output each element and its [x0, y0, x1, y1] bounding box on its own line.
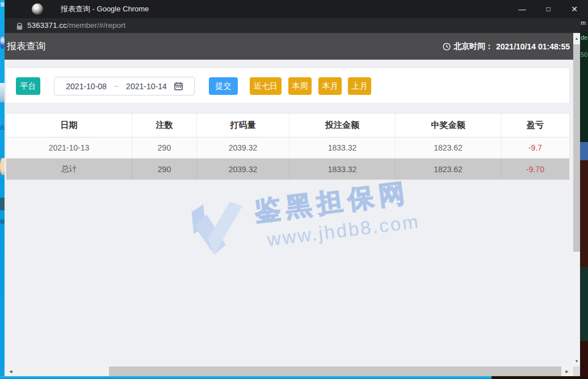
cube-icon: [0, 83, 5, 102]
url-path: /member/#/report: [67, 21, 126, 30]
scrollbar-corner: [573, 366, 580, 376]
cell-profit: -9.7: [501, 138, 569, 158]
address-bar[interactable]: 5363371.cc/member/#/report: [5, 18, 580, 33]
left-edge-text-fragment: 挂: [0, 219, 5, 224]
scroll-right-icon[interactable]: ▶: [563, 366, 571, 376]
cell-total-bet-amount: 1833.32: [289, 159, 396, 180]
background-desktop-edge-left: 窗 占 挂: [0, 0, 5, 379]
scroll-left-icon[interactable]: ◀: [7, 366, 15, 376]
quick-range-lastmonth-button[interactable]: 上月: [348, 77, 371, 95]
quick-range-last7days-button[interactable]: 近七日: [250, 77, 282, 95]
maximize-button[interactable]: □: [540, 0, 557, 18]
cell-wagering: 2039.32: [197, 138, 289, 158]
window-title: 报表查询 - Google Chrome: [61, 0, 149, 18]
scroll-down-icon[interactable]: ▼: [573, 357, 580, 364]
cell-total-bets: 290: [132, 159, 197, 180]
background-window-edge-bottom: [492, 376, 588, 379]
column-header-bet-amount: 投注金额: [289, 114, 396, 137]
left-edge-shape-fragment: [0, 198, 5, 210]
cell-total-win-amount: 1823.62: [396, 159, 501, 180]
background-desktop-edge-bottom: [0, 376, 492, 379]
column-header-wagering: 打码量: [197, 114, 289, 137]
date-range-separator: ~: [114, 82, 119, 91]
vertical-scrollbar[interactable]: ▲ ▼: [573, 33, 580, 366]
date-range-picker[interactable]: 2021-10-08 ~ 2021-10-14: [54, 77, 195, 95]
right-edge-segment: [580, 341, 588, 379]
page-title: 报表查询: [7, 33, 45, 60]
avatar: [0, 158, 5, 175]
url-field[interactable]: 5363371.cc/member/#/report: [27, 18, 125, 33]
horizontal-scrollbar-thumb[interactable]: [109, 366, 561, 376]
horizontal-scrollbar[interactable]: ◀ ▶: [5, 366, 573, 376]
right-edge-segment: [580, 33, 588, 142]
watermark-text: 鉴黑担保网 www.jhdb8.com: [253, 174, 421, 252]
lock-icon[interactable]: [16, 22, 23, 32]
cell-total-wagering: 2039.32: [197, 159, 289, 180]
quick-range-thisweek-button[interactable]: 本周: [288, 77, 312, 95]
column-header-win-amount: 中奖金额: [396, 114, 501, 137]
cell-win-amount: 1823.62: [396, 138, 501, 158]
page-content: 报表查询 北京时间： 2021/10/14 01:48:55 平台 2021-1…: [5, 33, 573, 366]
cell-bets: 290: [132, 138, 197, 158]
column-header-bets: 注数: [132, 114, 197, 137]
cell-total-label: 总计: [6, 159, 132, 180]
cell-date: 2021-10-13: [6, 138, 132, 158]
quick-range-thismonth-button[interactable]: 本月: [318, 77, 342, 95]
watermark-site-url: www.jhdb8.com: [266, 211, 421, 251]
scroll-up-icon[interactable]: ▲: [573, 35, 580, 41]
cell-bet-amount: 1833.32: [289, 138, 396, 158]
submit-button[interactable]: 提交: [209, 77, 238, 95]
date-to-value[interactable]: 2021-10-14: [126, 82, 167, 91]
time-label: 北京时间：: [453, 41, 493, 52]
watermark-site-name: 鉴黑担保网: [253, 174, 418, 229]
vertical-scrollbar-thumb[interactable]: [573, 44, 580, 252]
table-header-row: 日期 注数 打码量 投注金额 中奖金额 盈亏: [6, 114, 569, 138]
site-favicon-icon: [32, 3, 43, 15]
left-edge-text-fragment: 窗: [0, 2, 5, 7]
page-header: 报表查询 北京时间： 2021/10/14 01:48:55: [5, 33, 573, 60]
jhdb8-logo-icon: [186, 196, 253, 263]
right-edge-text-fragment: m: [581, 19, 588, 26]
beijing-time: 北京时间： 2021/10/14 01:48:55: [443, 33, 570, 60]
cell-total-profit: -9.70: [501, 159, 569, 180]
date-from-value[interactable]: 2021-10-08: [66, 82, 107, 91]
minimize-button[interactable]: —: [514, 0, 531, 18]
background-window-edge-right: m de 50: [580, 0, 588, 379]
table-row: 2021-10-13 290 2039.32 1833.32 1823.62 -…: [6, 138, 569, 159]
right-edge-text-fragment: de: [581, 34, 588, 41]
clock-icon: [443, 43, 451, 51]
time-value: 2021/10/14 01:48:55: [496, 42, 570, 51]
report-table: 日期 注数 打码量 投注金额 中奖金额 盈亏 2021-10-13 290 20…: [6, 113, 570, 180]
site-watermark: 鉴黑担保网 www.jhdb8.com: [183, 165, 467, 267]
window-title-bar[interactable]: 报表查询 - Google Chrome — □ ✕: [5, 0, 580, 18]
right-edge-segment: [580, 267, 588, 341]
globe-icon: [0, 35, 5, 49]
left-edge-text-fragment: 占: [0, 125, 5, 130]
column-header-date: 日期: [6, 114, 132, 137]
url-domain: 5363371.cc: [27, 21, 67, 30]
platform-button[interactable]: 平台: [16, 77, 40, 95]
close-button[interactable]: ✕: [566, 0, 583, 18]
column-header-profit: 盈亏: [501, 114, 569, 137]
table-total-row: 总计 290 2039.32 1833.32 1823.62 -9.70: [6, 159, 569, 180]
right-edge-segment: [580, 160, 588, 267]
right-edge-text-fragment: 50: [581, 51, 588, 58]
calendar-icon: [174, 82, 183, 90]
right-edge-segment: [580, 142, 588, 160]
